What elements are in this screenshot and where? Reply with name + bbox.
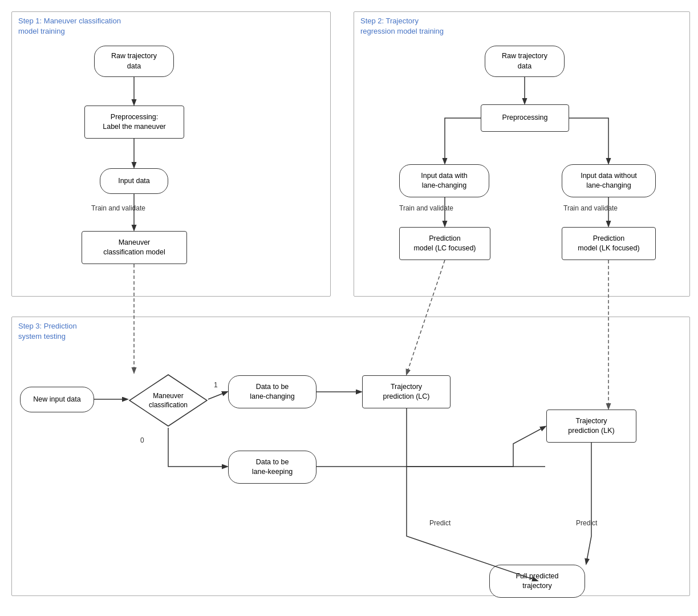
preprocessing-label-maneuver: Preprocessing:Label the maneuver <box>84 106 184 139</box>
data-lane-keeping: Data to belane-keeping <box>228 451 316 484</box>
step3-label: Step 3: Predictionsystem testing <box>18 321 77 342</box>
predict-label-2: Predict <box>576 519 597 527</box>
input-data-1: Input data <box>100 168 168 194</box>
diagram-container: Step 1: Maneuver classificationmodel tra… <box>0 0 698 616</box>
raw-trajectory-data-1: Raw trajectorydata <box>94 46 174 77</box>
maneuver-classification-diamond: Maneuverclassification <box>128 374 208 428</box>
new-input-data: New input data <box>20 387 94 412</box>
preprocessing-2: Preprocessing <box>481 104 569 132</box>
train-validate-label-3: Train and validate <box>563 204 618 212</box>
prediction-model-lk: Predictionmodel (LK focused) <box>562 227 656 260</box>
predict-label-1: Predict <box>429 519 451 527</box>
label-1: 1 <box>214 381 218 389</box>
trajectory-prediction-lk: Trajectoryprediction (LK) <box>546 410 636 443</box>
step2-label: Step 2: Trajectoryregression model train… <box>360 16 444 37</box>
step1-label: Step 1: Maneuver classificationmodel tra… <box>18 16 121 37</box>
trajectory-prediction-lc: Trajectoryprediction (LC) <box>362 375 451 408</box>
step3-box <box>11 317 690 596</box>
label-0: 0 <box>140 436 144 444</box>
maneuver-classification-model: Maneuverclassification model <box>82 231 187 264</box>
train-validate-label-1: Train and validate <box>91 204 145 212</box>
input-data-lc: Input data withlane-changing <box>399 164 489 197</box>
data-lane-changing: Data to belane-changing <box>228 375 316 408</box>
input-data-lk: Input data withoutlane-changing <box>562 164 656 197</box>
raw-trajectory-data-2: Raw trajectorydata <box>485 46 565 77</box>
prediction-model-lc: Predictionmodel (LC focused) <box>399 227 490 260</box>
train-validate-label-2: Train and validate <box>399 204 453 212</box>
full-predicted-trajectory: Full predictedtrajectory <box>489 565 585 598</box>
